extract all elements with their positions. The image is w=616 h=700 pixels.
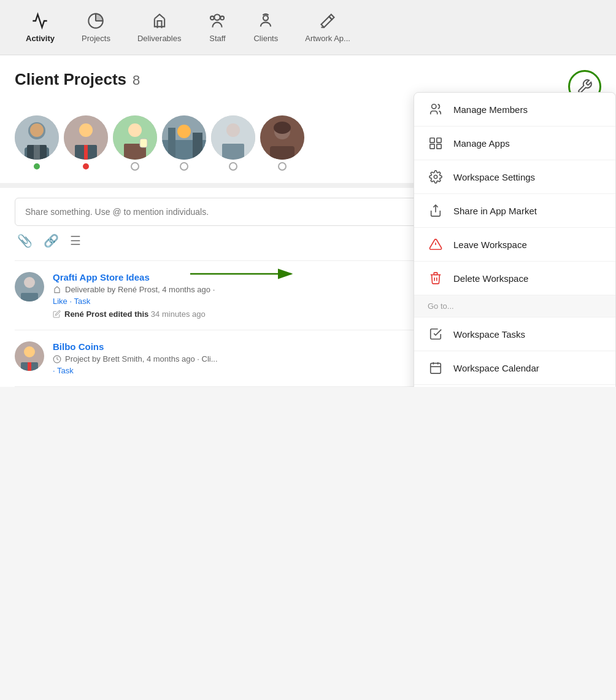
- edit-text-1: René Prost edited this 34 minutes ago: [64, 309, 206, 319]
- nav-item-artwork[interactable]: Artwork Ap...: [291, 4, 364, 50]
- link-icon[interactable]: 🔗: [44, 233, 59, 248]
- activity-meta-text-1: Deliverable by René Prost, 4 months ago …: [65, 285, 215, 294]
- avatar-image-3: [113, 115, 157, 160]
- delete-icon: [428, 270, 444, 286]
- workspace-dropdown-menu: Manage Members Manage Apps: [414, 92, 616, 387]
- avatar-image-1: [15, 115, 59, 160]
- svg-point-31: [274, 122, 291, 134]
- dropdown-item-workspace-calendar[interactable]: Workspace Calendar: [414, 351, 615, 385]
- dropdown-item-delete-workspace[interactable]: Delete Workspace: [414, 262, 615, 295]
- page-title: Client Projects 8: [15, 70, 140, 89]
- calendar-icon: [428, 360, 444, 376]
- svg-rect-43: [430, 138, 434, 142]
- nav-label-clients: Clients: [253, 34, 278, 43]
- activity-avatar-1: [15, 272, 44, 301]
- nav-label-activity: Activity: [26, 34, 55, 43]
- dropdown-label-leave-workspace: Leave Workspace: [453, 239, 527, 250]
- svg-point-33: [24, 277, 35, 288]
- svg-point-1: [215, 15, 220, 20]
- avatar-image-2: [64, 115, 108, 160]
- nav-item-projects[interactable]: Projects: [68, 4, 124, 50]
- nav-item-clients[interactable]: Clients: [240, 4, 291, 50]
- dropdown-goto-label: Go to...: [414, 295, 615, 317]
- member-avatar-5[interactable]: [211, 115, 255, 171]
- activity-avatar-2: [15, 341, 44, 371]
- avatar-image-5: [211, 115, 255, 160]
- svg-rect-45: [430, 144, 434, 149]
- nav-item-staff[interactable]: Staff: [194, 4, 240, 50]
- svg-point-42: [432, 104, 436, 109]
- nav-label-staff: Staff: [209, 34, 226, 43]
- tasks-icon: [428, 326, 444, 342]
- status-indicator-3: [131, 162, 139, 171]
- svg-rect-44: [437, 138, 441, 142]
- svg-rect-23: [193, 133, 202, 160]
- svg-rect-19: [140, 139, 147, 147]
- svg-rect-22: [168, 128, 175, 158]
- nav-label-deliverables: Deliverables: [137, 34, 182, 43]
- attachment-icon[interactable]: 📎: [17, 233, 33, 248]
- dropdown-label-share-market: Share in App Market: [453, 206, 537, 216]
- svg-rect-52: [431, 364, 441, 374]
- deliverables-icon: [150, 12, 169, 30]
- status-indicator-4: [180, 162, 188, 171]
- svg-rect-51: [434, 273, 437, 275]
- activity-meta-text-2: Project by Brett Smith, 4 months ago · C…: [65, 354, 218, 364]
- members-icon: [428, 101, 444, 117]
- svg-rect-40: [28, 362, 31, 371]
- svg-rect-34: [21, 293, 38, 301]
- leave-icon: [428, 236, 444, 252]
- activity-icon: [31, 12, 49, 30]
- status-indicator-2: [82, 162, 90, 171]
- avatar-image-6: [260, 115, 304, 160]
- apps-icon: [428, 135, 444, 151]
- dropdown-item-workspace-files[interactable]: Workspace Files: [414, 385, 615, 387]
- dropdown-label-workspace-tasks: Workspace Tasks: [453, 329, 525, 340]
- svg-point-4: [263, 15, 268, 20]
- svg-point-2: [221, 16, 225, 20]
- svg-rect-30: [270, 146, 295, 160]
- dropdown-item-share-market[interactable]: Share in App Market: [414, 194, 615, 228]
- dropdown-item-workspace-tasks[interactable]: Workspace Tasks: [414, 317, 615, 351]
- svg-rect-15: [84, 145, 88, 160]
- project-count: 8: [133, 72, 140, 88]
- dropdown-item-manage-members[interactable]: Manage Members: [414, 93, 615, 126]
- svg-rect-46: [437, 144, 441, 149]
- dropdown-item-leave-workspace[interactable]: Leave Workspace: [414, 228, 615, 262]
- staff-icon: [208, 12, 226, 30]
- projects-icon: [87, 12, 105, 30]
- avatar-image-4: [162, 115, 206, 160]
- svg-point-47: [434, 175, 437, 179]
- svg-rect-11: [34, 145, 40, 160]
- dropdown-label-delete-workspace: Delete Workspace: [453, 273, 528, 284]
- clients-icon: [256, 12, 275, 30]
- top-navigation: Activity Projects Deliverables: [0, 0, 616, 55]
- member-avatar-1[interactable]: [15, 115, 59, 171]
- dropdown-label-workspace-settings: Workspace Settings: [453, 172, 535, 182]
- nav-item-deliverables[interactable]: Deliverables: [124, 4, 195, 50]
- svg-point-13: [79, 123, 93, 137]
- settings-icon: [428, 169, 444, 185]
- member-avatar-2[interactable]: [64, 115, 108, 171]
- status-indicator-1: [33, 162, 41, 171]
- svg-point-9: [30, 123, 44, 137]
- goto-text: Go to...: [428, 301, 454, 311]
- member-avatar-3[interactable]: [113, 115, 157, 171]
- status-indicator-6: [278, 162, 287, 171]
- member-avatar-6[interactable]: [260, 115, 304, 171]
- dropdown-item-workspace-settings[interactable]: Workspace Settings: [414, 160, 615, 194]
- svg-point-17: [128, 123, 142, 137]
- format-icon[interactable]: ☰: [70, 233, 81, 248]
- svg-point-24: [177, 125, 191, 138]
- member-avatar-4[interactable]: [162, 115, 206, 171]
- dropdown-label-manage-members: Manage Members: [453, 104, 528, 115]
- nav-label-projects: Projects: [82, 34, 110, 43]
- dropdown-item-manage-apps[interactable]: Manage Apps: [414, 126, 615, 160]
- artwork-icon: [318, 12, 337, 30]
- svg-rect-27: [222, 144, 244, 160]
- dropdown-label-workspace-calendar: Workspace Calendar: [453, 363, 539, 373]
- svg-point-3: [210, 16, 214, 20]
- status-indicator-5: [229, 162, 237, 171]
- svg-point-26: [226, 123, 240, 137]
- nav-item-activity[interactable]: Activity: [12, 4, 68, 50]
